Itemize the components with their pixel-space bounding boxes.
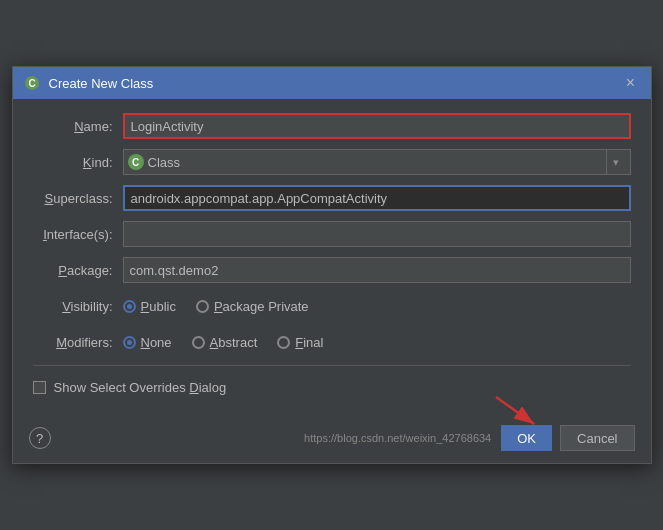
interfaces-input[interactable]	[123, 221, 631, 247]
kind-field-wrap: C Class ▾	[123, 149, 631, 175]
interfaces-label: Interface(s):	[33, 227, 123, 242]
package-field-wrap	[123, 257, 631, 283]
visibility-public[interactable]: Public	[123, 299, 176, 314]
ok-button[interactable]: OK	[501, 425, 552, 451]
close-button[interactable]: ×	[621, 73, 641, 93]
interfaces-row: Interface(s):	[33, 221, 631, 247]
modifier-none[interactable]: None	[123, 335, 172, 350]
cancel-button[interactable]: Cancel	[560, 425, 634, 451]
dialog-icon: C	[23, 74, 41, 92]
kind-select[interactable]: C Class ▾	[123, 149, 631, 175]
package-input[interactable]	[123, 257, 631, 283]
svg-text:C: C	[28, 78, 35, 89]
visibility-row: Visibility: Public Package Private	[33, 293, 631, 319]
modifiers-label: Modifiers:	[33, 335, 123, 350]
modifier-none-radio[interactable]	[123, 336, 136, 349]
create-new-class-dialog: C Create New Class × Name: Kind: C Class…	[12, 66, 652, 464]
superclass-row: Superclass:	[33, 185, 631, 211]
modifier-abstract-radio[interactable]	[192, 336, 205, 349]
modifier-none-label: None	[141, 335, 172, 350]
visibility-package-private-radio[interactable]	[196, 300, 209, 313]
title-bar: C Create New Class ×	[13, 67, 651, 99]
modifiers-options: None Abstract Final	[123, 335, 631, 350]
visibility-options: Public Package Private	[123, 299, 631, 314]
superclass-input[interactable]	[123, 185, 631, 211]
kind-class-icon: C	[128, 154, 144, 170]
dialog-title: Create New Class	[49, 76, 621, 91]
superclass-field-wrap	[123, 185, 631, 211]
visibility-public-label: Public	[141, 299, 176, 314]
name-field-wrap	[123, 113, 631, 139]
dialog-body: Name: Kind: C Class ▾ Superclass:	[13, 99, 651, 417]
modifier-final-label: Final	[295, 335, 323, 350]
visibility-public-radio[interactable]	[123, 300, 136, 313]
kind-row: Kind: C Class ▾	[33, 149, 631, 175]
modifiers-row: Modifiers: None Abstract Final	[33, 329, 631, 355]
name-label: Name:	[33, 119, 123, 134]
show-overrides-label: Show Select Overrides Dialog	[54, 380, 227, 395]
visibility-package-private-label: Package Private	[214, 299, 309, 314]
package-label: Package:	[33, 263, 123, 278]
package-row: Package:	[33, 257, 631, 283]
dialog-footer: ? https://blog.csdn.net/weixin_42768634 …	[13, 417, 651, 463]
show-overrides-checkbox[interactable]	[33, 381, 46, 394]
visibility-label: Visibility:	[33, 299, 123, 314]
kind-label: Kind:	[33, 155, 123, 170]
interfaces-field-wrap	[123, 221, 631, 247]
name-input[interactable]	[123, 113, 631, 139]
footer-url: https://blog.csdn.net/weixin_42768634	[51, 432, 502, 444]
modifier-abstract[interactable]: Abstract	[192, 335, 258, 350]
modifier-abstract-label: Abstract	[210, 335, 258, 350]
kind-dropdown-arrow[interactable]: ▾	[606, 150, 626, 174]
modifier-final-radio[interactable]	[277, 336, 290, 349]
modifier-final[interactable]: Final	[277, 335, 323, 350]
show-overrides-row: Show Select Overrides Dialog	[33, 380, 631, 395]
superclass-label: Superclass:	[33, 191, 123, 206]
help-button[interactable]: ?	[29, 427, 51, 449]
visibility-package-private[interactable]: Package Private	[196, 299, 309, 314]
name-row: Name:	[33, 113, 631, 139]
kind-text: Class	[148, 155, 606, 170]
divider	[33, 365, 631, 366]
